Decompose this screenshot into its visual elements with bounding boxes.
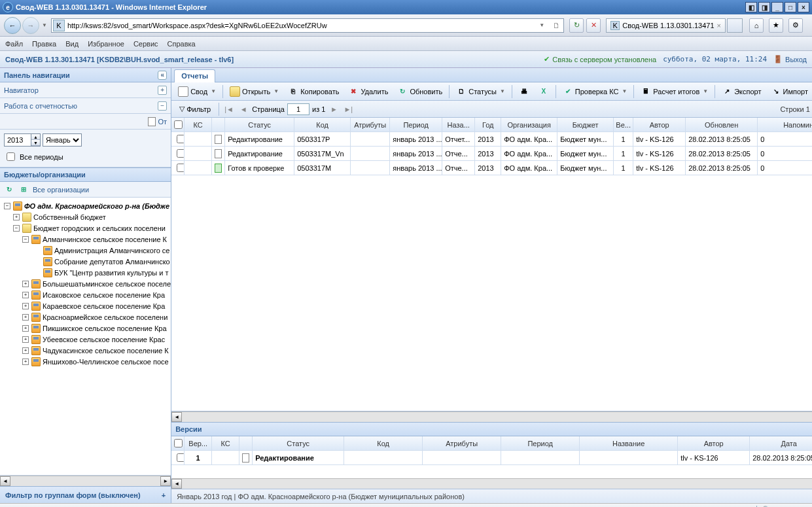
- print-button[interactable]: 🖶: [515, 84, 533, 99]
- tree-icon[interactable]: ⊞: [18, 184, 29, 195]
- back-button[interactable]: ←: [4, 17, 21, 34]
- year-down-icon[interactable]: ▼: [31, 140, 40, 146]
- compat-icon[interactable]: 🗋: [550, 20, 562, 31]
- dropdown-icon[interactable]: ▼: [703, 88, 708, 94]
- expand-icon[interactable]: +: [22, 314, 29, 321]
- col-budget[interactable]: Бюджет: [557, 118, 614, 131]
- vcol-period[interactable]: Период: [501, 436, 580, 450]
- tree-isakov[interactable]: +Исаковское сельское поселение Кра: [0, 289, 171, 300]
- scroll-left-icon[interactable]: ◄: [0, 476, 10, 486]
- year-spinner[interactable]: ▲▼: [4, 133, 41, 147]
- menu-edit[interactable]: Правка: [32, 40, 56, 48]
- expand-icon[interactable]: +: [22, 281, 29, 287]
- snap-left-button[interactable]: ◧: [745, 2, 757, 12]
- col-author[interactable]: Автор: [633, 118, 686, 131]
- version-row[interactable]: 1 Редактирование tlv - KS-126 28.02.2013…: [171, 451, 812, 465]
- svod-button[interactable]: Свод▼: [174, 84, 220, 99]
- expand-icon[interactable]: +: [13, 214, 20, 220]
- col-name[interactable]: Наза...: [442, 118, 475, 131]
- menu-favorites[interactable]: Избранное: [88, 40, 124, 48]
- url-dropdown-icon[interactable]: ▼: [536, 20, 548, 31]
- page-input[interactable]: [287, 103, 309, 115]
- refresh-button[interactable]: ↻: [569, 18, 584, 33]
- sidebar-hscroll[interactable]: ◄►: [0, 476, 171, 486]
- open-button[interactable]: Открыть▼: [226, 84, 283, 99]
- history-dropdown-icon[interactable]: ▼: [42, 22, 47, 28]
- expand-icon[interactable]: +: [22, 347, 29, 354]
- tree-karaev[interactable]: +Караевское сельское поселение Кра: [0, 300, 171, 311]
- scroll-left-icon[interactable]: ◄: [171, 412, 182, 422]
- versions-hscroll[interactable]: ◄►: [171, 478, 812, 489]
- year-input[interactable]: [5, 135, 31, 145]
- select-all-checkbox[interactable]: [174, 120, 183, 129]
- favorites-button[interactable]: ★: [769, 18, 783, 33]
- delete-button[interactable]: ✖Удалить: [344, 84, 392, 99]
- scroll-left-icon[interactable]: ◄: [171, 479, 182, 489]
- url-input[interactable]: [66, 20, 535, 31]
- exit-button[interactable]: 🚪 Выход: [773, 55, 807, 63]
- collapse-icon[interactable]: −: [13, 225, 20, 232]
- dropdown-icon[interactable]: ▼: [211, 88, 216, 94]
- snap-right-button[interactable]: ◨: [758, 2, 770, 12]
- month-select[interactable]: Январь: [43, 133, 82, 147]
- refresh-button[interactable]: ↻Обновить: [393, 84, 446, 99]
- vcol-ks[interactable]: КС: [212, 436, 239, 450]
- calc-button[interactable]: 🖩Расчет итогов▼: [637, 84, 712, 99]
- col-ks[interactable]: КС: [185, 118, 212, 131]
- export-button[interactable]: ↗Экспорт: [718, 84, 765, 99]
- vcol-attr[interactable]: Атрибуты: [423, 436, 501, 450]
- expand-navigator-button[interactable]: +: [158, 86, 167, 95]
- tools-button[interactable]: ⚙: [788, 18, 803, 33]
- excel-button[interactable]: X: [535, 84, 553, 99]
- import-button[interactable]: ↘Импорт: [767, 84, 812, 99]
- check-button[interactable]: ✔Проверка КС▼: [559, 84, 631, 99]
- col-code[interactable]: Код: [294, 118, 351, 131]
- collapse-work-button[interactable]: −: [158, 101, 167, 111]
- collapse-icon[interactable]: −: [22, 236, 29, 243]
- col-attr[interactable]: Атрибуты: [351, 118, 390, 131]
- first-page-button[interactable]: |◄: [223, 103, 235, 115]
- all-orgs-label[interactable]: Все организации: [33, 186, 89, 194]
- browser-tab[interactable]: K Свод-WEB 1.13.0301.13471 ×: [606, 18, 726, 33]
- scroll-right-icon[interactable]: ►: [160, 476, 171, 486]
- row-checkbox[interactable]: [177, 149, 185, 158]
- tree-sobranie[interactable]: Собрание депутатов Алманчинско: [0, 256, 171, 267]
- menu-service[interactable]: Сервис: [133, 40, 158, 48]
- tab-close-button[interactable]: ×: [717, 22, 721, 29]
- expand-icon[interactable]: +: [22, 358, 29, 365]
- col-ver[interactable]: Ве...: [614, 118, 633, 131]
- forward-button[interactable]: →: [22, 17, 39, 34]
- vcol-name[interactable]: Название: [580, 436, 678, 450]
- copy-button[interactable]: ⎘Копировать: [284, 84, 343, 99]
- tree-ubeev[interactable]: +Убеевское сельское поселение Крас: [0, 334, 171, 345]
- report-icon[interactable]: [148, 117, 156, 126]
- refresh-orgs-icon[interactable]: ↻: [4, 184, 14, 195]
- dropdown-icon[interactable]: ▼: [622, 88, 627, 94]
- tree-pikshik[interactable]: +Пикшикское сельское поселение Кра: [0, 323, 171, 334]
- expand-icon[interactable]: +: [22, 292, 29, 298]
- tree-buk[interactable]: БУК "Центр развития культуры и т: [0, 267, 171, 278]
- menu-file[interactable]: Файл: [5, 40, 23, 48]
- tree-admin[interactable]: Администрация Алманчинского се: [0, 245, 171, 256]
- grid-row[interactable]: Готов к проверке 0503317M январь 2013 ..…: [171, 161, 812, 175]
- tab-reports[interactable]: Отчеты: [174, 69, 215, 82]
- row-checkbox[interactable]: [177, 135, 185, 143]
- minimize-button[interactable]: _: [771, 2, 783, 12]
- tree-almanchin[interactable]: −Алманчинское сельское поселение К: [0, 234, 171, 245]
- tree-yanshihovo[interactable]: +Яншихово-Челлинское сельское посе: [0, 356, 171, 367]
- expand-icon[interactable]: +: [22, 303, 29, 309]
- next-page-button[interactable]: ►: [328, 103, 340, 115]
- work-reports-row[interactable]: Работа с отчетностью −: [0, 98, 171, 114]
- col-year[interactable]: Год: [475, 118, 501, 131]
- new-tab-button[interactable]: [727, 18, 743, 33]
- tree-city-budget[interactable]: −Бюджет городских и сельских поселени: [0, 222, 171, 234]
- vcol-code[interactable]: Код: [344, 436, 423, 450]
- vrow-checkbox[interactable]: [177, 453, 185, 462]
- last-page-button[interactable]: ►|: [342, 103, 354, 115]
- expand-filter-button[interactable]: +: [162, 491, 166, 499]
- col-status[interactable]: Статус: [225, 118, 294, 131]
- tree-krasnoarm[interactable]: +Красноармейское сельское поселени: [0, 311, 171, 323]
- prev-page-button[interactable]: ◄: [238, 103, 249, 115]
- close-button[interactable]: ×: [798, 2, 809, 12]
- expand-icon[interactable]: +: [22, 325, 29, 332]
